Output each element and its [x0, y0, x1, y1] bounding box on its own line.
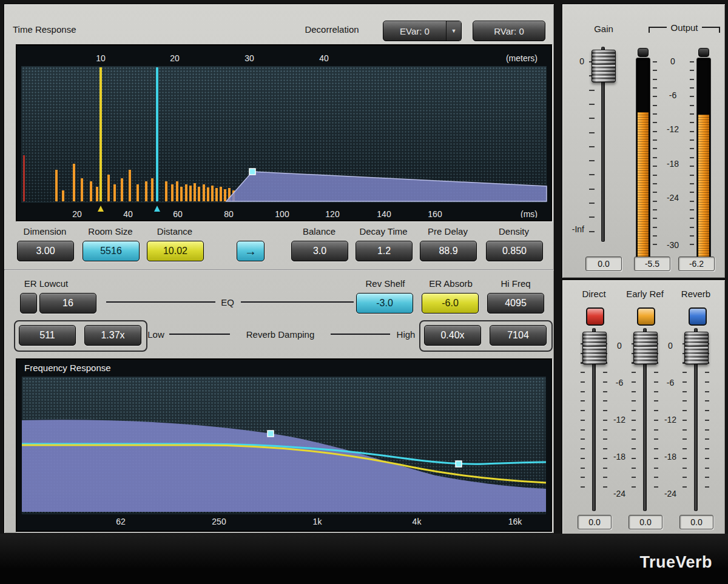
time-response-graph: 10 20 30 40 (meters) 20 40 60 80 100 120	[16, 44, 552, 221]
envelope-handle[interactable]	[249, 169, 255, 175]
damping-low-label: Low	[144, 329, 168, 340]
meter-scale-0: 0	[659, 57, 686, 66]
dimension-value[interactable]: 3.00	[17, 241, 74, 261]
right-meter-clip-indicator[interactable]	[698, 48, 709, 57]
impulse-bars	[55, 164, 235, 201]
direct-mute-button[interactable]	[586, 307, 604, 326]
damping-high-ratio-value[interactable]: 0.40x	[424, 325, 481, 346]
output-meter-left	[636, 58, 650, 259]
early-ref-fader-ticks	[632, 343, 636, 496]
reverb-level-area	[22, 420, 546, 512]
gain-scale-bottom: -Inf	[564, 225, 584, 234]
dimension-label: Dimension	[13, 226, 76, 237]
gain-fader-ticks	[589, 61, 595, 232]
distance-link-arrow-button[interactable]: →	[237, 241, 265, 261]
direct-fader-ticks	[581, 343, 585, 496]
top-axis-tick: 30	[244, 53, 254, 63]
hi-freq-value[interactable]: 4095	[487, 293, 544, 314]
main-panel: Time Response Decorrelation EVar: 0 ▼ RV…	[4, 4, 554, 534]
room-size-marker-line[interactable]	[156, 67, 158, 201]
distance-marker-line[interactable]	[99, 67, 102, 201]
hi-freq-handle[interactable]	[456, 461, 462, 467]
gain-label: Gain	[585, 24, 622, 35]
rvar-button[interactable]: RVar: 0	[473, 21, 545, 41]
gain-fader-knob[interactable]	[592, 50, 616, 82]
early-ref-fader-ticks	[654, 343, 658, 496]
mixer-scale-18: -18	[608, 452, 630, 461]
mixer-scale-0: 0	[659, 341, 681, 351]
er-absorb-label: ER Absorb	[419, 278, 482, 289]
top-axis-tick: 10	[96, 53, 106, 63]
distance-marker-triangle[interactable]	[98, 206, 104, 212]
reverb-envelope	[226, 172, 547, 201]
output-label-group: Output	[649, 22, 720, 33]
damping-low-freq-value[interactable]: 511	[19, 325, 76, 346]
output-right-peak-readout[interactable]: -6.2	[678, 257, 715, 271]
room-size-label: Room Size	[79, 226, 142, 237]
frequency-response-title: Frequency Response	[24, 363, 111, 373]
direct-label: Direct	[570, 289, 618, 300]
damping-high-freq-value[interactable]: 7104	[490, 325, 547, 346]
bottom-axis-tick: 60	[173, 209, 183, 218]
early-ref-label: Early Ref	[621, 289, 669, 300]
reverb-readout[interactable]: 0.0	[679, 515, 713, 529]
balance-label: Balance	[288, 226, 351, 237]
output-left-peak-readout[interactable]: -5.5	[634, 257, 670, 271]
top-axis-unit: (meters)	[506, 53, 538, 63]
section-divider	[4, 269, 554, 270]
distance-label: Distance	[143, 226, 206, 237]
output-label: Output	[667, 22, 701, 33]
damping-low-ratio-value[interactable]: 1.37x	[84, 325, 141, 346]
balance-value[interactable]: 3.0	[291, 241, 348, 261]
reverb-label: Reverb	[672, 289, 720, 300]
early-ref-readout[interactable]: 0.0	[629, 515, 662, 529]
early-ref-mute-button[interactable]	[637, 307, 655, 326]
left-meter-clip-indicator[interactable]	[638, 48, 649, 57]
time-response-plot: 10 20 30 40 (meters) 20 40 60 80 100 120	[17, 45, 548, 218]
output-bracket-right	[702, 27, 720, 33]
meter-ticks-right	[690, 61, 694, 247]
gain-readout[interactable]: 0.0	[585, 257, 622, 271]
eq-title: EQ	[215, 297, 240, 308]
meter-scale-6: -6	[659, 91, 686, 100]
direct-fader-knob[interactable]	[582, 332, 607, 364]
output-meter-right-fill	[698, 115, 709, 257]
decay-time-value[interactable]: 1.2	[356, 241, 413, 261]
mixer-scale-6: -6	[659, 378, 681, 388]
evar-button[interactable]: EVar: 0 ▼	[383, 21, 462, 41]
rev-shelf-value[interactable]: -3.0	[356, 293, 413, 314]
early-ref-fader-knob[interactable]	[633, 332, 658, 364]
reverb-fader-ticks	[682, 343, 687, 496]
bottom-axis-tick: 20	[72, 209, 82, 218]
frequency-response-graph: Frequency Response 62 250 1k 4k 16k	[16, 358, 552, 532]
frequency-response-plot: Frequency Response 62 250 1k 4k 16k	[17, 360, 548, 528]
bottom-axis-tick: 140	[377, 209, 391, 218]
er-absorb-value[interactable]: -6.0	[422, 293, 479, 314]
mixer-scale-12: -12	[608, 415, 630, 425]
meter-scale-12: -12	[659, 125, 686, 134]
eq-line-left	[106, 301, 215, 303]
reverb-fader-knob[interactable]	[684, 332, 709, 364]
output-meter-right	[696, 58, 711, 259]
shelf-handle[interactable]	[268, 431, 274, 437]
output-bracket-left	[649, 27, 667, 33]
direct-readout[interactable]: 0.0	[578, 515, 612, 529]
mixer-scale-6: -6	[608, 378, 630, 388]
reverb-mute-button[interactable]	[689, 307, 707, 326]
time-response-title: Time Response	[13, 24, 76, 35]
evar-dropdown-arrow-icon[interactable]: ▼	[446, 21, 461, 41]
room-size-marker-triangle[interactable]	[154, 206, 160, 212]
pre-delay-value[interactable]: 88.9	[420, 241, 477, 261]
distance-value[interactable]: 10.02	[147, 241, 204, 261]
room-size-value[interactable]: 5516	[83, 241, 140, 261]
er-lowcut-value[interactable]: 16	[39, 293, 96, 314]
mixer-scale-18: -18	[659, 452, 681, 461]
er-lowcut-toggle-button[interactable]	[20, 293, 37, 314]
freq-axis-tick: 62	[116, 517, 126, 526]
eq-line-right	[241, 301, 354, 303]
decorrelation-label: Decorrelation	[295, 24, 368, 35]
bottom-axis-tick: 120	[325, 209, 340, 218]
density-value[interactable]: 0.850	[486, 241, 543, 261]
reverb-fader-ticks	[705, 343, 709, 496]
damping-line-right	[331, 334, 390, 335]
